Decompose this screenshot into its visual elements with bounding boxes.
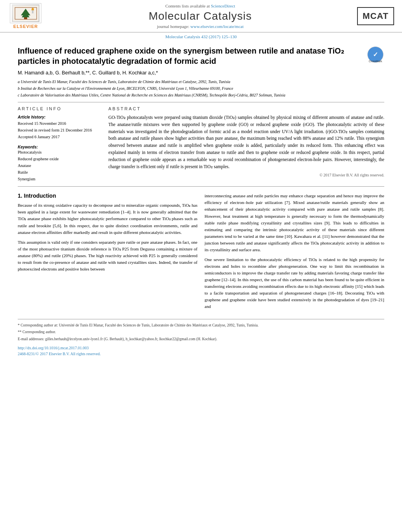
copyright: © 2017 Elsevier B.V. All rights reserved… — [108, 173, 384, 177]
abstract-col: ABSTRACT GO-TiO₂ photocatalysts were pre… — [108, 106, 384, 182]
received-date: Received 15 November 2016 — [18, 120, 100, 127]
right-para1: interconnecting anatase and rutile parti… — [205, 193, 384, 253]
logo-image — [12, 4, 39, 22]
intro-title: 1. Introduction — [18, 193, 197, 199]
article-info-block: Article history: Received 15 November 20… — [18, 114, 100, 140]
sciencedirect-link[interactable]: ScienceDirect — [211, 4, 235, 8]
elsevier-label: ELSEVIER — [13, 24, 38, 29]
keywords-label: Keywords: — [18, 145, 100, 149]
accepted-date: Accepted 6 January 2017 — [18, 134, 100, 141]
keywords-block: Keywords: Photocatalysis Reduced graphen… — [18, 145, 100, 182]
issn-line: 2468-8231/© 2017 Elsevier B.V. All right… — [18, 352, 100, 356]
footnote-1: * Corresponding author at: Université de… — [18, 323, 384, 328]
email-line: E-mail addresses: gilles.berhauh@ircelyo… — [18, 336, 384, 342]
article-title: Influence of reduced graphene oxide on t… — [18, 46, 367, 66]
page-wrapper: ELSEVIER Contents lists available at Sci… — [0, 0, 402, 363]
svg-text:✓: ✓ — [373, 51, 378, 58]
affiliations: a Université de Tunis El Manar, Faculté … — [18, 79, 384, 98]
body-columns: 1. Introduction Because of its strong ox… — [18, 193, 384, 313]
svg-rect-6 — [32, 10, 34, 13]
doi-link[interactable]: http://dx.doi.org/10.1016/j.mcat.2017.01… — [18, 346, 89, 350]
keyword-2: Reduced graphene oxide — [18, 156, 100, 163]
affiliation-a: a Université de Tunis El Manar, Faculté … — [18, 79, 384, 85]
elsevier-logo: ELSEVIER — [8, 3, 43, 29]
journal-header: ELSEVIER Contents lists available at Sci… — [0, 0, 402, 33]
homepage-link[interactable]: www.elsevier.com/locate/mcat — [190, 24, 244, 29]
journal-info-line: Molecular Catalysis 432 (2017) 125–130 — [0, 33, 402, 40]
journal-abbrev: MCAT — [357, 7, 394, 25]
body-right-col: interconnecting anatase and rutile parti… — [205, 193, 384, 313]
intro-para1: Because of its strong oxidative capacity… — [18, 202, 197, 235]
affiliation-b: b Institut de Recherches sur la Catalyse… — [18, 85, 384, 91]
keyword-3: Anatase — [18, 163, 100, 169]
revised-date: Received in revised form 21 December 201… — [18, 127, 100, 134]
article-title-section: Influence of reduced graphene oxide on t… — [18, 46, 384, 66]
abstract-text: GO-TiO₂ photocatalysts were prepared usi… — [108, 114, 384, 171]
crossmark-icon[interactable]: ✓ CrossMark — [367, 46, 384, 63]
footer-doi: http://dx.doi.org/10.1016/j.mcat.2017.01… — [18, 345, 384, 357]
affiliation-c: c Laboratoire de Valorisation des Matéri… — [18, 92, 384, 98]
journal-homepage: journal homepage: www.elsevier.com/locat… — [51, 24, 349, 29]
email-addresses: gilles.berhauh@ircelyon.univ-lyon1.fr (G… — [45, 337, 217, 341]
abstract-heading: ABSTRACT — [108, 106, 384, 111]
intro-text: Because of its strong oxidative capacity… — [18, 202, 197, 272]
contents-available: Contents lists available at ScienceDirec… — [51, 4, 349, 8]
footer-notes: * Corresponding author at: Université de… — [18, 319, 384, 357]
logo-box — [10, 3, 41, 23]
keyword-5: Synergism — [18, 176, 100, 183]
two-col-section: ARTICLE INFO Article history: Received 1… — [18, 106, 384, 182]
history-label: Article history: — [18, 114, 100, 120]
footnote-2: ** Corresponding author. — [18, 329, 384, 335]
article-info-heading: ARTICLE INFO — [18, 106, 100, 111]
svg-text:CrossMark: CrossMark — [369, 60, 382, 63]
divider-1 — [18, 102, 384, 102]
header-center: Contents lists available at ScienceDirec… — [43, 4, 357, 29]
divider-2 — [18, 186, 384, 187]
email-label: E-mail addresses: — [18, 337, 44, 341]
right-body-text: interconnecting anatase and rutile parti… — [205, 193, 384, 310]
article-info-col: ARTICLE INFO Article history: Received 1… — [18, 106, 100, 182]
svg-rect-4 — [24, 17, 27, 19]
keyword-1: Photocatalysis — [18, 149, 100, 156]
intro-para2: This assumption is valid only if one con… — [18, 239, 197, 272]
journal-title: Molecular Catalysis — [51, 10, 349, 22]
article-content: Influence of reduced graphene oxide on t… — [0, 40, 402, 363]
authors: M. Hamandi a,b, G. Berhault b,**, C. Gui… — [18, 70, 384, 76]
elsevier-svg — [13, 6, 39, 21]
right-para2: One severe limitation to the photocataly… — [205, 256, 384, 310]
body-left-col: 1. Introduction Because of its strong ox… — [18, 193, 197, 313]
keyword-4: Rutile — [18, 169, 100, 176]
